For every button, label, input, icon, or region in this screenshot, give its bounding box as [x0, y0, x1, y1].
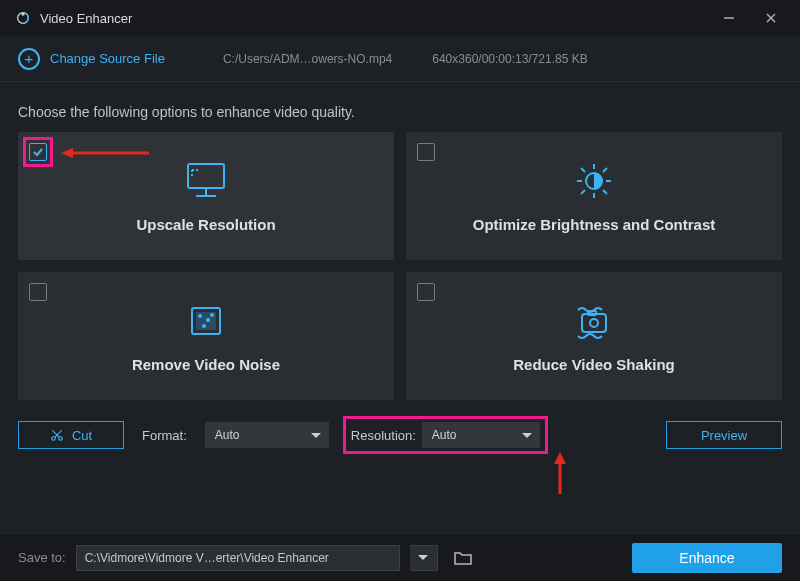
- cut-button[interactable]: Cut: [18, 421, 124, 449]
- svg-line-20: [581, 190, 585, 194]
- change-source-label: Change Source File: [50, 51, 165, 66]
- footer: Save to: C:\Vidmore\Vidmore V…erter\Vide…: [0, 533, 800, 581]
- svg-line-19: [603, 168, 607, 172]
- resolution-label: Resolution:: [351, 428, 416, 443]
- brightness-icon: [570, 160, 618, 202]
- save-to-label: Save to:: [18, 550, 66, 565]
- camera-shake-icon: [570, 300, 618, 342]
- option-optimize-brightness[interactable]: Optimize Brightness and Contrast: [406, 132, 782, 260]
- option-remove-noise[interactable]: Remove Video Noise: [18, 272, 394, 400]
- preview-label: Preview: [701, 428, 747, 443]
- checkbox-upscale[interactable]: [29, 143, 47, 161]
- monitor-icon: [182, 160, 230, 202]
- svg-rect-27: [582, 314, 606, 332]
- format-label: Format:: [142, 428, 187, 443]
- checkbox-shaking[interactable]: [417, 283, 435, 301]
- format-select[interactable]: Auto: [205, 422, 329, 448]
- annotation-arrow-resolution: [552, 452, 568, 499]
- chevron-down-icon: [418, 555, 428, 560]
- option-upscale-resolution[interactable]: Upscale Resolution: [18, 132, 394, 260]
- save-path-value: C:\Vidmore\Vidmore V…erter\Video Enhance…: [85, 551, 329, 565]
- format-value: Auto: [215, 428, 240, 442]
- option-label: Optimize Brightness and Contrast: [473, 216, 716, 233]
- enhance-label: Enhance: [679, 550, 734, 566]
- options-grid: Upscale Resolution: [0, 132, 800, 400]
- option-reduce-shaking[interactable]: Reduce Video Shaking: [406, 272, 782, 400]
- svg-point-26: [211, 314, 213, 316]
- svg-point-24: [207, 319, 209, 321]
- open-folder-button[interactable]: [452, 549, 474, 567]
- app-icon: [14, 9, 32, 27]
- cut-label: Cut: [72, 428, 92, 443]
- save-path-dropdown[interactable]: [410, 545, 438, 571]
- resolution-select[interactable]: Auto: [422, 422, 540, 448]
- save-path-field[interactable]: C:\Vidmore\Vidmore V…erter\Video Enhance…: [76, 545, 400, 571]
- header-row: + Change Source File C:/Users/ADM…owers-…: [0, 36, 800, 82]
- source-file-path: C:/Users/ADM…owers-NO.mp4: [223, 52, 392, 66]
- annotation-arrow-checkbox: [61, 146, 151, 163]
- option-label: Upscale Resolution: [136, 216, 275, 233]
- svg-point-25: [203, 325, 205, 327]
- option-label: Reduce Video Shaking: [513, 356, 674, 373]
- resolution-value: Auto: [432, 428, 457, 442]
- titlebar: Video Enhancer: [0, 0, 800, 36]
- svg-point-23: [199, 315, 201, 317]
- change-source-button[interactable]: + Change Source File: [18, 48, 165, 70]
- svg-rect-5: [188, 164, 224, 188]
- svg-point-1: [22, 13, 24, 15]
- preview-button[interactable]: Preview: [666, 421, 782, 449]
- minimize-button[interactable]: [708, 0, 750, 36]
- source-file-info: 640x360/00:00:13/721.85 KB: [432, 52, 587, 66]
- checkbox-brightness[interactable]: [417, 143, 435, 161]
- chevron-down-icon: [311, 433, 321, 438]
- app-title: Video Enhancer: [40, 11, 132, 26]
- close-button[interactable]: [750, 0, 792, 36]
- instruction-text: Choose the following options to enhance …: [0, 82, 800, 132]
- svg-line-18: [603, 190, 607, 194]
- svg-point-28: [590, 319, 598, 327]
- noise-icon: [182, 300, 230, 342]
- svg-marker-11: [61, 148, 73, 158]
- checkbox-noise[interactable]: [29, 283, 47, 301]
- option-label: Remove Video Noise: [132, 356, 280, 373]
- plus-circle-icon: +: [18, 48, 40, 70]
- chevron-down-icon: [522, 433, 532, 438]
- svg-line-17: [581, 168, 585, 172]
- resolution-group: Resolution: Auto: [347, 420, 544, 450]
- enhance-button[interactable]: Enhance: [632, 543, 782, 573]
- controls-row: Cut Format: Auto Resolution: Auto Previe…: [0, 420, 800, 450]
- svg-marker-35: [554, 452, 566, 464]
